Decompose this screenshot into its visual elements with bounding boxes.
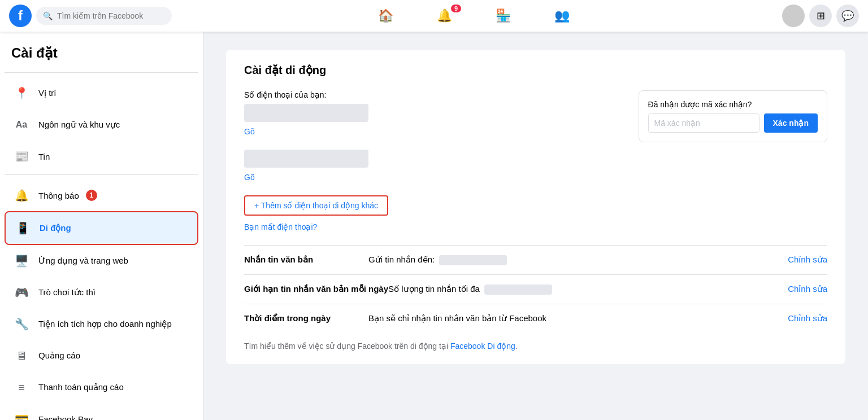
page-layout: Cài đặt 📍 Vị trí Aa Ngôn ngữ và khu vực …: [0, 32, 868, 420]
search-icon: 🔍: [43, 11, 53, 20]
time-label: Thời điểm trong ngày: [244, 313, 368, 323]
news-icon: 📰: [11, 146, 32, 167]
sidebar-item-business[interactable]: 🔧 Tiện ích tích hợp cho doanh nghiệp: [5, 308, 198, 340]
location-icon: 📍: [11, 83, 32, 103]
facebook-mobile-link[interactable]: Facebook Di động: [450, 342, 515, 351]
search-bar[interactable]: 🔍: [36, 7, 172, 25]
confirm-button[interactable]: Xác nhận: [764, 113, 818, 133]
nav-right: ⊞ 💬: [757, 5, 859, 27]
games-icon: 🎮: [11, 282, 32, 303]
text-message-setting-row: Nhắn tin văn bản Gửi tin nhắn đến: Chỉnh…: [244, 245, 827, 274]
sidebar-item-mobile[interactable]: 📱 Di động: [5, 211, 198, 245]
text-message-edit[interactable]: Chỉnh sửa: [779, 255, 827, 265]
text-message-value: Gửi tin nhắn đến:: [368, 255, 779, 265]
home-nav-btn[interactable]: 🏠: [357, 2, 414, 29]
notifications-nav-btn[interactable]: 🔔 9: [416, 2, 472, 29]
sidebar-item-label: Thanh toán quảng cáo: [38, 382, 124, 392]
time-value: Bạn sẽ chỉ nhận tin nhắn văn bản từ Face…: [368, 313, 779, 323]
message-limit-label: Giới hạn tin nhắn văn bản mỗi ngày: [244, 284, 388, 294]
sidebar-item-apps[interactable]: 🖥️ Ứng dụng và trang web: [5, 245, 198, 277]
sidebar-divider: [5, 72, 198, 73]
sidebar-item-label: Thông báo: [38, 191, 79, 200]
lost-phone-link[interactable]: Bạn mất điện thoại?: [244, 222, 317, 231]
sidebar-item-news[interactable]: 📰 Tin: [5, 141, 198, 172]
message-limit-setting-row: Giới hạn tin nhắn văn bản mỗi ngày Số lư…: [244, 274, 827, 304]
message-limit-value: Số lượng tin nhắn tối đa: [388, 284, 779, 295]
sidebar-item-label: Di động: [40, 223, 71, 233]
groups-nav-btn[interactable]: 👥: [533, 2, 590, 29]
sidebar-item-label: Trò chơi tức thì: [38, 287, 96, 298]
main-content: Cài đặt di động Số điện thoại của bạn: G…: [203, 32, 868, 420]
sidebar-item-label: Tin: [38, 152, 50, 161]
sidebar-item-notifications[interactable]: 🔔 Thông báo 1: [5, 180, 198, 211]
confirm-input-row: Xác nhận: [648, 113, 818, 133]
confirm-code-box: Đã nhận được mã xác nhận? Xác nhận: [639, 90, 827, 142]
phone-blurred-1: [244, 104, 368, 122]
page-title: Cài đặt di động: [244, 63, 827, 77]
footer-punctuation: .: [515, 342, 518, 351]
home-icon: 🏠: [378, 8, 393, 23]
nav-left: f 🔍: [9, 5, 190, 27]
sidebar-divider-2: [5, 174, 198, 175]
step1-badge: 1: [86, 190, 97, 201]
ads-icon: 🖥: [11, 345, 32, 366]
footer-text: Tìm hiểu thêm về việc sử dụng Facebook t…: [244, 342, 450, 351]
language-icon: Aa: [11, 115, 32, 135]
facebook-logo[interactable]: f: [9, 5, 32, 27]
time-edit[interactable]: Chỉnh sửa: [779, 313, 827, 323]
notifications-icon: 🔔: [11, 185, 32, 205]
search-input[interactable]: [57, 11, 165, 20]
phone-blurred-2: [244, 150, 368, 168]
settings-section: Nhắn tin văn bản Gửi tin nhắn đến: Chỉnh…: [244, 245, 827, 333]
marketplace-nav-btn[interactable]: 🏪: [475, 2, 531, 29]
footer-info: Tìm hiểu thêm về việc sử dụng Facebook t…: [244, 342, 827, 351]
go-link-1[interactable]: Gõ: [244, 127, 255, 136]
sidebar-item-label: Vị trí: [38, 88, 57, 98]
sidebar-item-label: Ứng dụng và trang web: [38, 256, 128, 266]
time-setting-row: Thời điểm trong ngày Bạn sẽ chỉ nhận tin…: [244, 304, 827, 333]
message-limit-edit[interactable]: Chỉnh sửa: [779, 284, 827, 294]
sidebar: Cài đặt 📍 Vị trí Aa Ngôn ngữ và khu vực …: [0, 32, 203, 420]
grid-icon: ⊞: [817, 10, 825, 22]
avatar[interactable]: [782, 5, 805, 27]
bell-icon: 🔔: [437, 8, 452, 23]
phone-section: Số điện thoại của bạn: Gõ Gõ + Thêm số đ…: [244, 90, 827, 231]
groups-icon: 👥: [554, 8, 570, 23]
content-card: Cài đặt di động Số điện thoại của bạn: G…: [226, 50, 845, 364]
marketplace-icon: 🏪: [496, 8, 511, 23]
sidebar-title: Cài đặt: [5, 41, 198, 70]
confirm-box-title: Đã nhận được mã xác nhận?: [648, 100, 818, 109]
sidebar-item-label: Facebook Pay: [38, 414, 93, 421]
ad-payment-icon: ≡: [11, 377, 32, 397]
messenger-button[interactable]: 💬: [836, 5, 859, 27]
phone-left: Số điện thoại của bạn: Gõ Gõ + Thêm số đ…: [244, 90, 616, 231]
sidebar-item-location[interactable]: 📍 Vị trí: [5, 77, 198, 109]
sidebar-item-language[interactable]: Aa Ngôn ngữ và khu vực: [5, 109, 198, 141]
nav-center: 🏠 🔔 9 🏪 👥: [190, 2, 757, 29]
add-phone-button[interactable]: + Thêm số điện thoại di động khác: [244, 195, 388, 216]
text-message-blurred: [439, 255, 507, 265]
sidebar-item-label: Tiện ích tích hợp cho doanh nghiệp: [38, 319, 172, 329]
sidebar-item-games[interactable]: 🎮 Trò chơi tức thì: [5, 277, 198, 308]
go-link-2[interactable]: Gõ: [244, 173, 255, 182]
sidebar-item-ad-payment[interactable]: ≡ Thanh toán quảng cáo: [5, 371, 198, 403]
messenger-icon: 💬: [841, 10, 854, 22]
business-icon: 🔧: [11, 314, 32, 334]
sidebar-item-facebook-pay[interactable]: 💳 Facebook Pay: [5, 403, 198, 420]
pay-icon: 💳: [11, 409, 32, 420]
grid-button[interactable]: ⊞: [809, 5, 832, 27]
apps-icon: 🖥️: [11, 251, 32, 271]
confirm-code-input[interactable]: [648, 113, 760, 133]
sidebar-item-ads[interactable]: 🖥 Quảng cáo: [5, 340, 198, 371]
sidebar-item-label: Ngôn ngữ và khu vực: [38, 120, 120, 130]
notification-badge: 9: [451, 5, 461, 12]
text-message-label: Nhắn tin văn bản: [244, 255, 368, 265]
sidebar-item-label: Quảng cáo: [38, 351, 80, 361]
top-navigation: f 🔍 🏠 🔔 9 🏪 👥 ⊞ 💬: [0, 0, 868, 32]
message-limit-blurred: [484, 285, 552, 295]
phone-label: Số điện thoại của bạn:: [244, 90, 616, 99]
mobile-icon: 📱: [12, 218, 33, 238]
